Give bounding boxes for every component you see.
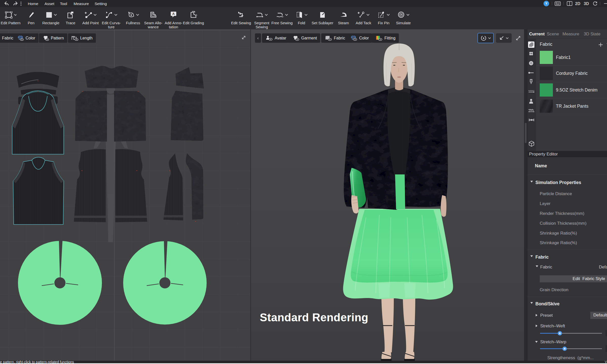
svg-text:A: A bbox=[172, 12, 175, 16]
